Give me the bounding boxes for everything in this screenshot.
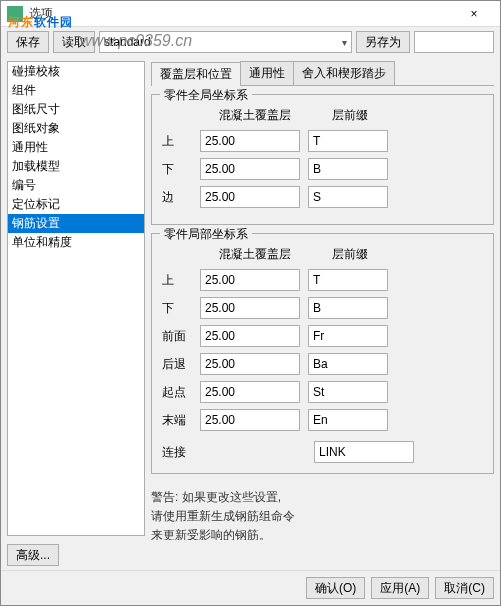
warning-text: 警告: 如果更改这些设置, 请使用重新生成钢筋组命令 来更新受影响的钢筋。 [151,488,494,540]
local-prefix-input[interactable] [308,325,388,347]
advanced-button[interactable]: 高级... [7,544,59,566]
sidebar-item[interactable]: 钢筋设置 [8,214,144,233]
tab[interactable]: 舍入和楔形踏步 [293,61,395,85]
link-label: 连接 [162,444,198,461]
local-row: 末端 [162,409,483,431]
local-label: 下 [162,300,192,317]
local-groupbox: 零件局部坐标系 混凝土覆盖层 层前缀 上下前面后退起点末端 连接 [151,233,494,474]
apply-button[interactable]: 应用(A) [371,577,429,599]
local-label: 后退 [162,356,192,373]
tab[interactable]: 覆盖层和位置 [151,62,241,86]
sidebar-item[interactable]: 图纸对象 [8,119,144,138]
ok-button[interactable]: 确认(O) [306,577,365,599]
saveas-button[interactable]: 另存为 [356,31,410,53]
local-prefix-input[interactable] [308,269,388,291]
global-label: 边 [162,189,192,206]
local-label: 起点 [162,384,192,401]
global-prefix-input[interactable] [308,158,388,180]
local-prefix-input[interactable] [308,409,388,431]
global-row: 上 [162,130,483,152]
sidebar-item[interactable]: 图纸尺寸 [8,100,144,119]
local-row: 前面 [162,325,483,347]
local-label: 前面 [162,328,192,345]
sidebar-item[interactable]: 单位和精度 [8,233,144,252]
local-col-prefix: 层前缀 [310,246,390,263]
cancel-button[interactable]: 取消(C) [435,577,494,599]
close-button[interactable]: × [454,3,494,25]
load-button[interactable]: 读取 [53,31,95,53]
tab-strip: 覆盖层和位置通用性舍入和楔形踏步 [151,61,494,86]
global-row: 边 [162,186,483,208]
global-label: 上 [162,133,192,150]
local-row: 下 [162,297,483,319]
global-legend: 零件全局坐标系 [160,87,252,104]
save-button[interactable]: 保存 [7,31,49,53]
local-col-cover: 混凝土覆盖层 [200,246,310,263]
sidebar-item[interactable]: 通用性 [8,138,144,157]
local-cover-input[interactable] [200,297,300,319]
warning-line: 警告: 如果更改这些设置, [151,488,494,507]
local-cover-input[interactable] [200,381,300,403]
global-col-prefix: 层前缀 [310,107,390,124]
local-cover-input[interactable] [200,353,300,375]
local-label: 上 [162,272,192,289]
chevron-down-icon: ▾ [342,37,347,48]
global-cover-input[interactable] [200,130,300,152]
local-cover-input[interactable] [200,409,300,431]
sidebar-item[interactable]: 碰撞校核 [8,62,144,81]
global-prefix-input[interactable] [308,130,388,152]
local-row: 起点 [162,381,483,403]
local-prefix-input[interactable] [308,297,388,319]
local-prefix-input[interactable] [308,353,388,375]
app-icon [7,6,23,22]
local-label: 末端 [162,412,192,429]
category-list[interactable]: 碰撞校核组件图纸尺寸图纸对象通用性加载模型编号定位标记钢筋设置单位和精度 [7,61,145,536]
sidebar-item[interactable]: 加载模型 [8,157,144,176]
global-prefix-input[interactable] [308,186,388,208]
local-cover-input[interactable] [200,269,300,291]
tab[interactable]: 通用性 [240,61,294,85]
saveas-input[interactable] [414,31,494,53]
local-prefix-input[interactable] [308,381,388,403]
global-cover-input[interactable] [200,186,300,208]
preset-value: standard [104,35,151,49]
window-title: 选项 [29,5,454,22]
sidebar-item[interactable]: 组件 [8,81,144,100]
local-cover-input[interactable] [200,325,300,347]
sidebar-item[interactable]: 定位标记 [8,195,144,214]
warning-line: 请使用重新生成钢筋组命令 [151,507,494,526]
global-col-cover: 混凝土覆盖层 [200,107,310,124]
sidebar-item[interactable]: 编号 [8,176,144,195]
link-input[interactable] [314,441,414,463]
global-groupbox: 零件全局坐标系 混凝土覆盖层 层前缀 上下边 [151,94,494,225]
local-row: 后退 [162,353,483,375]
global-label: 下 [162,161,192,178]
local-row: 上 [162,269,483,291]
local-legend: 零件局部坐标系 [160,226,252,243]
global-cover-input[interactable] [200,158,300,180]
warning-line: 来更新受影响的钢筋。 [151,526,494,540]
global-row: 下 [162,158,483,180]
preset-combo[interactable]: standard ▾ [99,31,352,53]
